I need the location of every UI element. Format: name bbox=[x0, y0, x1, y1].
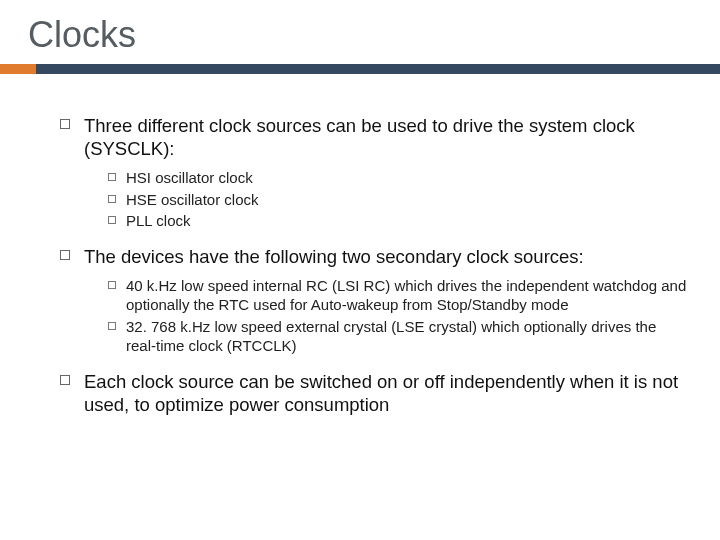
square-bullet-icon bbox=[108, 216, 116, 224]
sub-bullet-text: HSE oscillator clock bbox=[126, 190, 259, 210]
sub-bullet-item: 32. 768 k.Hz low speed external crystal … bbox=[108, 317, 690, 356]
sub-bullet-text: PLL clock bbox=[126, 211, 190, 231]
sub-bullet-item: HSI oscillator clock bbox=[108, 168, 690, 188]
sub-bullet-item: 40 k.Hz low speed internal RC (LSI RC) w… bbox=[108, 276, 690, 315]
sub-bullet-text: 40 k.Hz low speed internal RC (LSI RC) w… bbox=[126, 276, 690, 315]
title-underline bbox=[0, 64, 720, 74]
bullet-item: Each clock source can be switched on or … bbox=[60, 370, 690, 416]
rule-bar bbox=[36, 64, 720, 74]
sub-bullet-item: PLL clock bbox=[108, 211, 690, 231]
accent-bar bbox=[0, 64, 36, 74]
square-bullet-icon bbox=[60, 250, 70, 260]
bullet-item: The devices have the following two secon… bbox=[60, 245, 690, 268]
square-bullet-icon bbox=[108, 173, 116, 181]
square-bullet-icon bbox=[108, 195, 116, 203]
sublist: HSI oscillator clock HSE oscillator cloc… bbox=[60, 166, 690, 245]
square-bullet-icon bbox=[108, 322, 116, 330]
square-bullet-icon bbox=[60, 119, 70, 129]
bullet-text: The devices have the following two secon… bbox=[84, 245, 584, 268]
title-block: Clocks bbox=[0, 0, 720, 62]
sublist: 40 k.Hz low speed internal RC (LSI RC) w… bbox=[60, 274, 690, 370]
sub-bullet-item: HSE oscillator clock bbox=[108, 190, 690, 210]
bullet-text: Three different clock sources can be use… bbox=[84, 114, 690, 160]
bullet-item: Three different clock sources can be use… bbox=[60, 114, 690, 160]
sub-bullet-text: HSI oscillator clock bbox=[126, 168, 253, 188]
page-title: Clocks bbox=[28, 14, 720, 56]
square-bullet-icon bbox=[60, 375, 70, 385]
sub-bullet-text: 32. 768 k.Hz low speed external crystal … bbox=[126, 317, 690, 356]
bullet-text: Each clock source can be switched on or … bbox=[84, 370, 690, 416]
square-bullet-icon bbox=[108, 281, 116, 289]
content: Three different clock sources can be use… bbox=[0, 74, 720, 416]
